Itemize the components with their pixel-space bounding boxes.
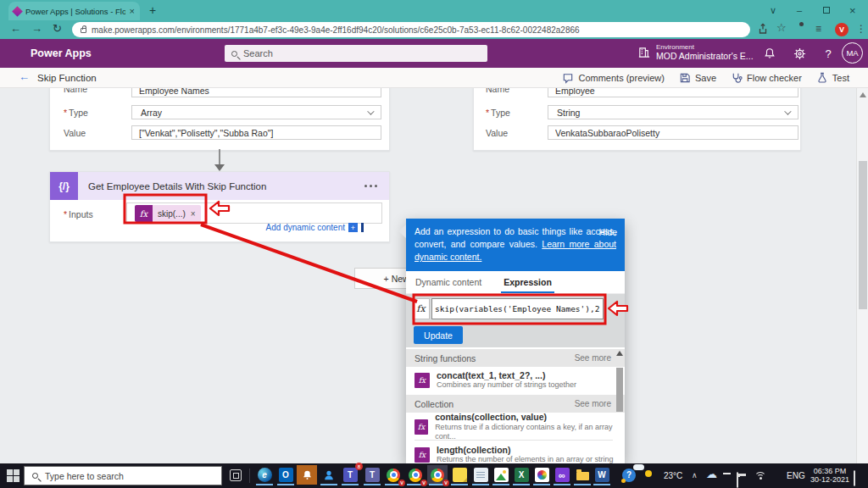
function-item-concat[interactable]: fx concat(text_1, text_2?, ...)Combines … [406,367,615,393]
action-center-icon[interactable] [854,471,855,486]
notifications-bell-icon[interactable] [762,46,777,61]
taskbar-chrome-icon[interactable]: V [383,465,403,485]
name-input[interactable] [548,88,798,97]
list-scrollbar[interactable] [616,358,623,459]
field-label-type: Type [69,108,88,118]
taskbar-teams-icon[interactable]: T 8 [340,465,360,485]
function-item-length[interactable]: fx length(collection)Returns the number … [406,441,615,463]
browser-tab[interactable]: Power Apps | Solutions - Flows × [8,2,140,20]
expression-pill[interactable]: fx skip(...) × [135,205,201,222]
value-input[interactable] [131,125,381,140]
windows-taskbar: Type here to search e O T 8 T V V [0,463,868,488]
taskbar-outlook-icon[interactable]: O [275,465,296,485]
tab-close-icon[interactable]: × [130,6,135,16]
remove-pill-icon[interactable]: × [191,209,196,219]
add-dynamic-content-link[interactable]: Add dynamic content + [266,223,364,232]
browser-tab-strip: Power Apps | Solutions - Flows × + ∨ – × [0,0,868,20]
dynamic-content-plus-icon: + [348,223,358,232]
window-maximize-icon[interactable] [823,0,830,20]
share-icon[interactable] [757,23,769,36]
divider [249,469,250,483]
test-button[interactable]: Test [816,72,849,84]
environment-label: Environment [656,43,754,51]
new-tab-icon[interactable]: + [149,3,156,17]
battery-icon[interactable] [737,473,738,488]
lock-icon [81,28,86,33]
taskbar-notification-bell-icon[interactable] [297,465,317,485]
chevron-down-icon [784,108,791,114]
fx-icon: fx [135,205,153,222]
action-title: Get Employee Details With Skip Function [88,181,364,191]
settings-gear-icon[interactable] [792,46,807,61]
tab-dynamic-content[interactable]: Dynamic content [415,277,481,287]
app-search-box[interactable]: Search [225,45,487,62]
waffle-icon[interactable] [8,47,20,59]
flow-checker-button[interactable]: Flow checker [731,72,802,84]
flyout-info-banner: Add an expression to do basic things lik… [406,219,625,271]
taskbar-search-box[interactable]: Type here to search [24,466,222,485]
expression-input[interactable] [431,298,604,319]
taskbar-photos-icon[interactable] [491,465,511,485]
function-item-contains[interactable]: fx contains(collection, value)Returns tr… [406,413,615,440]
save-button[interactable]: Save [679,72,716,84]
account-avatar[interactable]: MA [842,42,863,64]
reload-icon[interactable]: ↻ [53,22,62,35]
taskbar-sticky-notes-icon[interactable] [449,465,470,485]
environment-switcher[interactable]: Environment MOD Administrator's E... [637,43,754,61]
back-button-icon[interactable]: ← [19,70,30,83]
tab-expression[interactable]: Expression [504,277,552,287]
type-dropdown[interactable]: String [548,105,798,119]
taskbar-word-icon[interactable]: W [592,465,612,485]
scroll-up-icon[interactable] [616,351,623,356]
back-icon[interactable]: ← [10,22,21,35]
browser-profile-avatar[interactable]: V [835,23,849,36]
taskbar-edge-icon[interactable]: e [254,465,275,485]
fx-icon: fx [415,419,428,435]
scroll-up-icon[interactable] [860,92,866,97]
flyout-tabs: Dynamic content Expression [406,271,625,294]
taskbar-notepad-icon[interactable] [470,465,491,485]
taskbar-folder-icon[interactable] [572,465,593,485]
name-input[interactable] [131,88,381,97]
fx-icon: fx [415,373,430,388]
update-button[interactable]: Update [414,326,463,344]
see-more-link[interactable]: See more [575,399,611,408]
onedrive-cloud-icon[interactable]: ☁ [706,468,717,480]
see-more-link[interactable]: See more [575,353,611,363]
taskbar-chrome-icon[interactable]: V [405,465,426,485]
canvas-scrollbar[interactable] [856,88,868,463]
taskbar-visual-studio-icon[interactable]: ∞ [552,465,572,485]
taskbar-chrome-active-icon[interactable]: V [427,465,448,485]
more-menu-icon[interactable] [364,185,377,187]
extension-list-icon[interactable]: ≡ [815,23,821,35]
address-bar[interactable]: make.powerapps.com/environments/1771a4b7… [72,22,750,37]
window-close-icon[interactable]: × [849,0,856,20]
taskbar-teams-icon[interactable]: T [362,465,382,485]
comments-button[interactable]: Comments (preview) [562,72,664,84]
type-dropdown[interactable]: Array [131,105,381,119]
help-icon[interactable]: ? [821,46,836,61]
start-button-icon[interactable] [7,469,19,482]
browser-menu-icon[interactable]: ⋮ [856,23,866,35]
action-card-skip-function[interactable]: {/} Get Employee Details With Skip Funct… [49,171,390,242]
window-dropdown-icon[interactable]: ∨ [770,0,776,20]
task-view-icon[interactable] [230,469,242,481]
forward-icon[interactable]: → [31,22,42,35]
function-list: String functions See more fx concat(text… [406,347,625,463]
clock[interactable]: 06:36 PM 30-12-2021 [810,467,850,484]
value-input[interactable] [548,125,798,140]
language-indicator[interactable]: ENG [787,471,805,480]
hide-button[interactable]: Hide [598,226,617,239]
tray-chevron-up-icon[interactable]: ∧ [692,471,698,480]
chevron-down-icon [367,108,374,114]
action-card-header[interactable]: {/} Get Employee Details With Skip Funct… [50,172,389,200]
temperature-text[interactable]: 23°C [664,471,682,480]
bookmark-star-icon[interactable]: ☆ [776,21,787,34]
scrollbar-thumb[interactable] [859,161,867,309]
taskbar-people-icon[interactable] [319,465,339,485]
compose-action-icon: {/} [50,172,78,200]
window-minimize-icon[interactable]: – [797,0,802,20]
fx-icon: fx [412,298,430,319]
taskbar-paint3d-icon[interactable] [531,465,552,485]
taskbar-excel-icon[interactable]: X [511,465,531,485]
